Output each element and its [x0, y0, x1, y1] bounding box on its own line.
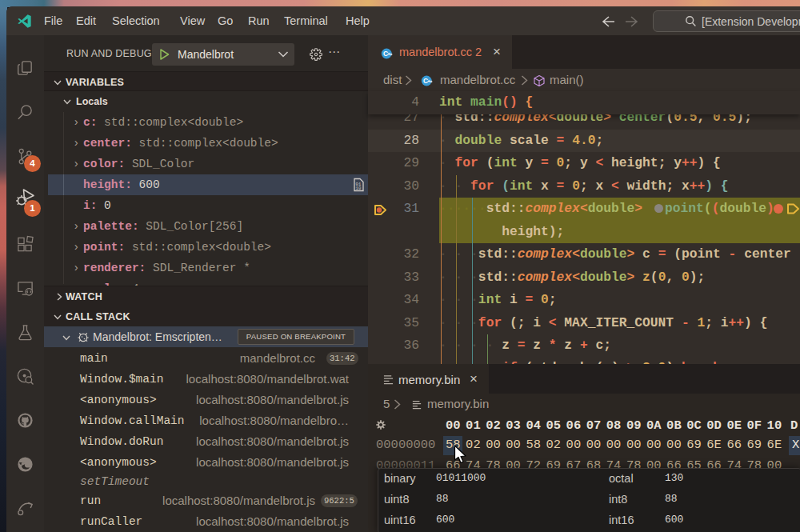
svg-text:C: C — [383, 50, 388, 58]
svg-text:10: 10 — [356, 186, 362, 191]
svg-text:C: C — [423, 77, 428, 85]
